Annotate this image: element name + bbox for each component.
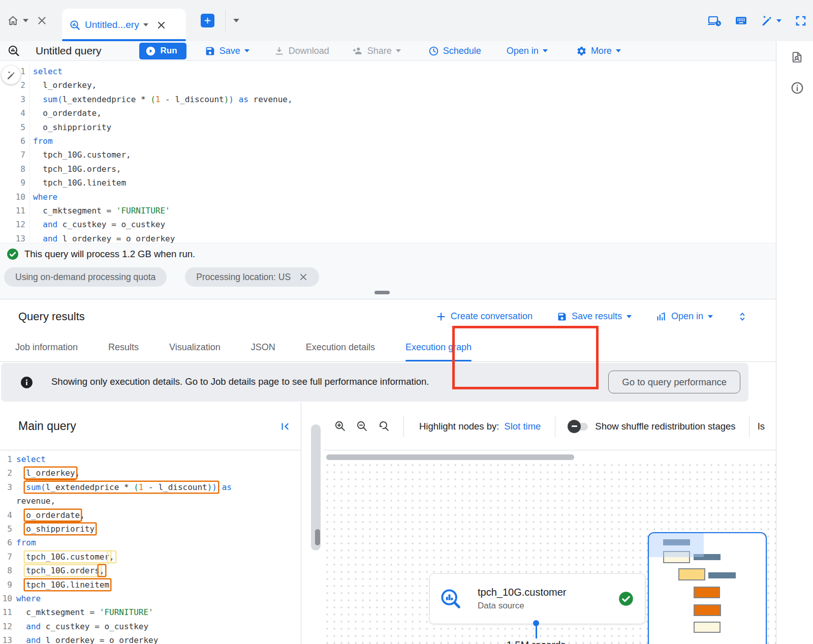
share-caret-icon [396, 49, 401, 52]
line-number: 6 [0, 536, 16, 549]
code-line: 7 tpch_10G.customer, [0, 550, 301, 564]
gemini-assist-button[interactable] [2, 66, 20, 84]
info-filled-icon [20, 376, 33, 389]
line-number: 9 [0, 176, 30, 190]
line-number [0, 494, 16, 508]
line-number: 11 [0, 204, 30, 218]
schedule-button[interactable]: Schedule [428, 46, 481, 56]
code-line: 5 o_shippriority [0, 522, 301, 536]
magic-pen-icon [761, 14, 773, 27]
sql-editor[interactable]: 1select2 l_orderkey,3 sum(l_extendedpric… [0, 61, 776, 247]
code-line: 8 tpch_10G.orders, [0, 162, 776, 176]
code-line: 13 and l_orderkey = o_orderkey [0, 633, 301, 644]
clipped-label: Is [758, 421, 765, 432]
results-title: Query results [18, 310, 85, 323]
chart-icon [656, 311, 667, 322]
node-success-icon [618, 591, 634, 606]
tab-results[interactable]: Results [93, 333, 154, 361]
chip-close-icon[interactable] [299, 272, 308, 282]
tab-visualization[interactable]: Visualization [154, 333, 236, 361]
clock-icon [428, 46, 439, 56]
tab-execution-details[interactable]: Execution details [291, 333, 390, 361]
zoom-in-icon[interactable] [334, 420, 347, 433]
highlighted-token: o_shippriority [25, 524, 96, 534]
panel-divider [301, 403, 301, 644]
collapse-panel-icon[interactable] [278, 420, 292, 433]
edge-start-dot [533, 620, 539, 626]
line-number: 4 [0, 508, 16, 522]
magic-pen-icon [6, 70, 16, 80]
highlighted-token: , [99, 565, 106, 576]
more-button[interactable]: More [576, 46, 621, 56]
editor-toolbar: Untitled query Run Save Download Share [0, 41, 776, 61]
devices-schedule-icon[interactable] [708, 15, 722, 27]
main-query-code[interactable]: 1select2 l_orderkey,3 sum(l_extendedpric… [0, 450, 301, 644]
tab-strip: Untitled...ery [0, 0, 813, 42]
fullscreen-icon[interactable] [795, 15, 807, 27]
code-line: 5 o_shippriority [0, 120, 776, 134]
zoom-out-icon[interactable] [356, 420, 368, 433]
code-line: 11 c_mktsegment = 'FURNITURE' [0, 605, 301, 619]
code-line: 6from [0, 134, 776, 148]
play-circle-icon [145, 46, 156, 56]
go-to-query-performance-button[interactable]: Go to query performance [608, 371, 740, 393]
highlighted-token: tpch_10G.orders [25, 565, 101, 576]
panel-resize-handle[interactable] [374, 291, 390, 294]
job-explorer-icon[interactable] [791, 51, 803, 64]
line-number: 13 [0, 633, 16, 644]
open-in-caret-icon [543, 49, 548, 52]
node-subtitle: Data source [478, 601, 567, 611]
code-line: 2 l_orderkey, [0, 78, 776, 92]
shuffle-toggle[interactable] [568, 422, 588, 431]
expand-collapse-icon[interactable] [737, 311, 747, 323]
horizontal-scrollbar-thumb[interactable] [326, 454, 574, 460]
new-tab-button[interactable] [201, 14, 214, 27]
shuffle-label: Show shuffle redistribution stages [595, 421, 735, 432]
tab-job-information[interactable]: Job information [0, 333, 93, 361]
minimap-viewport[interactable] [649, 533, 704, 557]
home-icon[interactable] [7, 15, 19, 26]
line-number: 12 [0, 620, 16, 633]
home-caret-icon[interactable] [23, 19, 28, 22]
code-line: 6from [0, 536, 301, 549]
query-magnifier-icon [69, 19, 81, 31]
graph-canvas[interactable]: tpch_10G.customer Data source 1.5M recor… [324, 462, 776, 644]
check-circle-icon [7, 248, 19, 260]
tab-json[interactable]: JSON [236, 333, 291, 361]
ai-assist-button[interactable] [761, 14, 781, 27]
vertical-scrollbar-thumb[interactable] [315, 529, 320, 545]
download-icon [274, 46, 285, 56]
save-results-button[interactable]: Save results [557, 311, 632, 322]
line-number: 12 [0, 218, 30, 231]
bigquery-table-icon [439, 587, 462, 610]
banner-text: Showing only execution details. Go to Jo… [51, 376, 429, 387]
open-in-button[interactable]: Open in [507, 46, 548, 56]
open-in-results-button[interactable]: Open in [656, 311, 713, 322]
query-tab[interactable]: Untitled...ery [62, 9, 186, 41]
gear-icon [576, 46, 587, 56]
tab-close-icon[interactable] [157, 20, 166, 30]
code-line: 1select [0, 452, 301, 466]
line-number: 9 [0, 578, 16, 592]
info-outline-icon[interactable] [791, 81, 804, 95]
run-button[interactable]: Run [139, 43, 186, 59]
graph-minimap[interactable] [648, 532, 767, 644]
code-line: 10where [0, 190, 776, 204]
graph-node-datasource[interactable]: tpch_10G.customer Data source [429, 573, 645, 624]
tab-caret-icon[interactable] [143, 23, 148, 26]
save-button[interactable]: Save [205, 46, 249, 56]
save-results-icon [557, 312, 567, 322]
line-number: 8 [0, 162, 30, 176]
keyboard-icon[interactable] [735, 14, 747, 27]
save-results-caret-icon [627, 315, 632, 318]
main-query-panel: Main query 1select2 l_orderkey,3 sum(l_e… [0, 403, 301, 644]
zoom-reset-icon[interactable] [378, 420, 390, 433]
create-conversation-button[interactable]: Create conversation [436, 311, 533, 322]
tab-list-caret-icon[interactable] [233, 19, 239, 22]
person-add-icon [352, 46, 363, 56]
code-line: 7 tpch_10G.customer, [0, 148, 776, 162]
annotation-highlight-box [452, 326, 599, 389]
line-number: 3 [0, 93, 30, 106]
slot-time-select[interactable]: Slot time [504, 421, 541, 432]
close-split-icon[interactable] [37, 15, 47, 26]
